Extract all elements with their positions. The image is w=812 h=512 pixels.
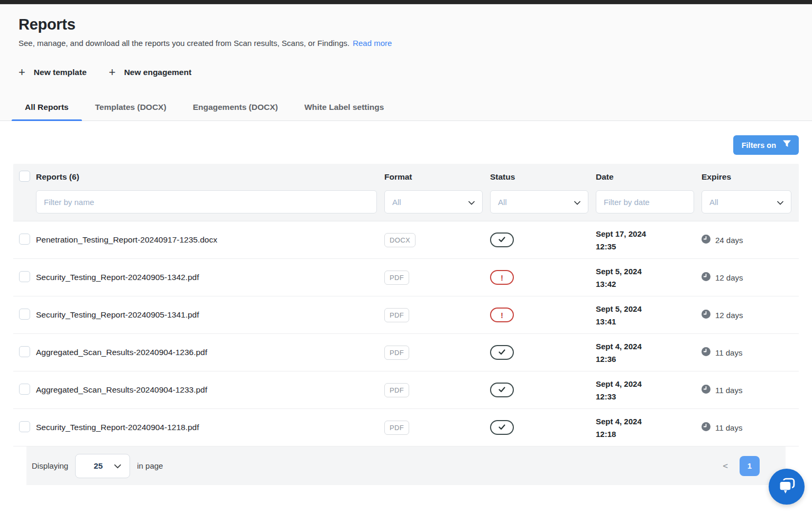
- chat-widget-button[interactable]: [769, 469, 805, 505]
- row-checkbox[interactable]: [19, 384, 30, 395]
- expires-value: 11 days: [715, 423, 742, 432]
- new-template-button[interactable]: +New template: [19, 67, 87, 78]
- status-success-icon: [490, 345, 514, 360]
- table-header: Reports (6) Format Status Date Expires A…: [13, 164, 799, 221]
- table-row[interactable]: Aggregated_Scan_Results-20240904-1236.pd…: [13, 334, 799, 371]
- format-filter-select[interactable]: All: [384, 190, 483, 213]
- check-icon: [499, 348, 505, 357]
- column-reports: Reports (6): [36, 172, 384, 182]
- report-date: Sept 4, 2024: [596, 342, 702, 351]
- report-name[interactable]: Security_Testing_Report-20240905-1341.pd…: [36, 310, 199, 319]
- status-success-icon: [490, 420, 514, 435]
- expires-value: 12 days: [715, 311, 743, 320]
- report-name[interactable]: Security_Testing_Report-20240905-1342.pd…: [36, 273, 199, 282]
- reports-page: Reports See, manage, and download all th…: [0, 0, 812, 512]
- tab-all-reports[interactable]: All Reports: [12, 98, 82, 120]
- previous-page-button[interactable]: <: [723, 461, 728, 471]
- chevron-down-icon: [114, 461, 121, 471]
- chevron-down-icon: [574, 198, 580, 207]
- action-label: New engagement: [124, 68, 191, 77]
- report-name[interactable]: Penetration_Testing_Report-20240917-1235…: [36, 235, 217, 244]
- check-icon: [499, 385, 505, 395]
- name-filter-input[interactable]: [36, 190, 377, 213]
- expires-value: 12 days: [715, 273, 743, 282]
- expires-filter-select[interactable]: All: [702, 190, 791, 213]
- filter-row: All All All: [13, 190, 799, 213]
- format-badge: PDF: [384, 383, 409, 397]
- report-time: 12:33: [596, 392, 702, 401]
- chevron-down-icon: [777, 198, 783, 207]
- status-error-icon: !: [490, 270, 514, 285]
- tab-templates-docx-[interactable]: Templates (DOCX): [82, 98, 180, 120]
- action-label: New template: [34, 68, 87, 77]
- tab-engagements-docx-[interactable]: Engagements (DOCX): [180, 98, 291, 120]
- column-date: Date: [596, 172, 702, 182]
- table-row[interactable]: Security_Testing_Report-20240905-1342.pd…: [13, 259, 799, 296]
- format-badge: PDF: [384, 308, 409, 322]
- table-row[interactable]: Security_Testing_Report-20240905-1341.pd…: [13, 296, 799, 334]
- format-badge: DOCX: [384, 233, 416, 247]
- table-row[interactable]: Security_Testing_Report-20240904-1218.pd…: [13, 409, 799, 446]
- report-date: Sept 4, 2024: [596, 379, 702, 388]
- status-error-icon: !: [490, 308, 514, 322]
- column-header-row: Reports (6) Format Status Date Expires: [13, 164, 799, 190]
- report-time: 12:36: [596, 355, 702, 364]
- clock-icon: [702, 385, 710, 396]
- report-name[interactable]: Aggregated_Scan_Results-20240904-1233.pd…: [36, 385, 207, 394]
- filters-on-label: Filters on: [742, 141, 776, 150]
- reports-table: Reports (6) Format Status Date Expires A…: [13, 164, 799, 485]
- row-checkbox[interactable]: [19, 271, 30, 282]
- table-body: Penetration_Testing_Report-20240917-1235…: [13, 221, 799, 446]
- clock-icon: [702, 235, 710, 246]
- page-size-select[interactable]: 25: [75, 454, 130, 478]
- read-more-link[interactable]: Read more: [353, 39, 392, 48]
- report-name[interactable]: Aggregated_Scan_Results-20240904-1236.pd…: [36, 348, 207, 357]
- column-expires: Expires: [702, 172, 799, 182]
- row-checkbox[interactable]: [19, 234, 30, 245]
- tab-white-label-settings[interactable]: White Label settings: [291, 98, 398, 120]
- filters-on-button[interactable]: Filters on: [733, 135, 799, 155]
- clock-icon: [702, 347, 710, 358]
- pagination-bar: Displaying 25 in page < 1: [26, 446, 786, 485]
- status-filter-select[interactable]: All: [490, 190, 588, 213]
- table-row[interactable]: Aggregated_Scan_Results-20240904-1233.pd…: [13, 371, 799, 409]
- column-format: Format: [384, 172, 490, 182]
- format-filter-value: All: [392, 198, 401, 207]
- format-badge: PDF: [384, 271, 409, 285]
- table-row[interactable]: Penetration_Testing_Report-20240917-1235…: [13, 221, 799, 259]
- format-badge: PDF: [384, 421, 409, 435]
- expires-value: 11 days: [715, 348, 742, 357]
- chevron-down-icon: [468, 198, 475, 207]
- status-success-icon: [490, 383, 514, 397]
- date-filter-input[interactable]: [596, 190, 694, 213]
- status-success-icon: [490, 232, 514, 247]
- page-title: Reports: [19, 16, 793, 33]
- page-header: Reports See, manage, and download all th…: [0, 4, 812, 91]
- format-badge: PDF: [384, 346, 409, 360]
- report-time: 13:41: [596, 317, 702, 326]
- report-date: Sept 5, 2024: [596, 304, 702, 313]
- top-bar: [0, 0, 812, 4]
- check-icon: [499, 235, 505, 245]
- clock-icon: [702, 310, 710, 321]
- in-page-label: in page: [137, 461, 163, 470]
- expires-value: 24 days: [715, 236, 743, 245]
- filter-funnel-icon: [782, 140, 791, 150]
- report-date: Sept 5, 2024: [596, 267, 702, 276]
- report-time: 12:35: [596, 242, 702, 251]
- clock-icon: [702, 272, 710, 283]
- report-time: 12:18: [596, 430, 702, 439]
- report-date: Sept 17, 2024: [596, 229, 702, 238]
- report-date: Sept 4, 2024: [596, 417, 702, 426]
- row-checkbox[interactable]: [19, 421, 30, 432]
- column-status: Status: [490, 172, 596, 182]
- page-1-button[interactable]: 1: [740, 456, 760, 476]
- row-checkbox[interactable]: [19, 309, 30, 320]
- tab-bar: All ReportsTemplates (DOCX)Engagements (…: [0, 91, 812, 121]
- report-name[interactable]: Security_Testing_Report-20240904-1218.pd…: [36, 423, 199, 432]
- row-checkbox[interactable]: [19, 346, 30, 357]
- select-all-checkbox[interactable]: [19, 171, 30, 182]
- new-engagement-button[interactable]: +New engagement: [109, 67, 191, 78]
- expires-filter-value: All: [709, 198, 718, 207]
- report-time: 13:42: [596, 280, 702, 288]
